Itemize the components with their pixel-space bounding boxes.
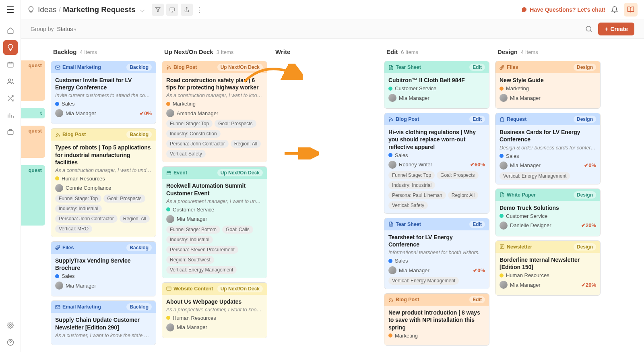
- card-header: Email Marketing Backlog: [51, 301, 156, 313]
- partial-card[interactable]: quest: [21, 126, 45, 158]
- tag[interactable]: Region: Southwest: [166, 256, 214, 264]
- card[interactable]: Event Up Next/On Deck Rockwell Automatio…: [162, 166, 267, 278]
- card-assignee: Mia Manager: [388, 266, 429, 274]
- tag[interactable]: Vertical: Energy Management: [500, 172, 570, 180]
- rss-icon: [166, 65, 171, 70]
- nav-settings[interactable]: [3, 318, 18, 333]
- card-type: Event: [166, 170, 187, 176]
- card[interactable]: Email Marketing Backlog Supply Chain Upd…: [51, 300, 156, 345]
- tag[interactable]: Industry: Construction: [166, 130, 221, 138]
- tag[interactable]: Vertical: MRO: [55, 225, 92, 233]
- card-department: Marketing: [166, 101, 263, 107]
- partial-card[interactable]: t: [21, 108, 45, 118]
- tag[interactable]: Funnel Stage: Top: [388, 171, 435, 179]
- tag[interactable]: Industry: Industrial: [166, 236, 213, 244]
- tag[interactable]: Persona: John Contractor: [55, 215, 118, 223]
- column-count: 3 Items: [217, 49, 234, 55]
- create-button[interactable]: + Create: [598, 23, 634, 35]
- card[interactable]: Files Design New Style GuideMarketingMia…: [495, 61, 601, 109]
- card[interactable]: Blog Post Edit Hi-vis clothing regulatio…: [384, 113, 489, 214]
- card-assignee: Rodney Writer: [388, 161, 432, 169]
- tag[interactable]: Persona: John Contractor: [166, 140, 229, 148]
- tag[interactable]: Industry: Industrial: [55, 205, 102, 213]
- card-body: Demo Truck SolutionsCustomer ServiceDani…: [495, 201, 600, 236]
- card[interactable]: Email Marketing Backlog Customer Invite …: [51, 61, 156, 124]
- tag[interactable]: Funnel Stage: Top: [166, 120, 213, 128]
- column-edit: Edit6 Items Tear Sheet Edit Cubitron™ II…: [384, 47, 489, 344]
- card-status-badge: Edit: [469, 296, 485, 303]
- card[interactable]: Request Design Business Cards for LV Ene…: [495, 113, 601, 184]
- notifications-icon[interactable]: [611, 6, 618, 13]
- status-dot: [55, 176, 59, 180]
- more-icon[interactable]: ⋮: [196, 5, 203, 14]
- tag[interactable]: Persona: Steven Procurement: [166, 246, 238, 254]
- card[interactable]: Tear Sheet Edit Tearsheet for LV Energy …: [384, 218, 489, 289]
- docs-icon[interactable]: [624, 3, 638, 17]
- avatar: [500, 281, 508, 289]
- chevron-down-icon[interactable]: ⌵: [140, 5, 144, 14]
- doc-icon: [388, 65, 394, 70]
- tag[interactable]: Goal: Prospects: [215, 120, 256, 128]
- tag[interactable]: Industry: Industrial: [388, 181, 435, 189]
- card-description: As a construction manager, I want to kno…: [166, 93, 263, 98]
- avatar: [388, 266, 396, 274]
- tag[interactable]: Region: All: [120, 215, 150, 223]
- display-button[interactable]: [166, 4, 178, 16]
- card-title: Supply Chain Update Customer Newsletter …: [55, 316, 152, 331]
- svg-point-10: [167, 68, 168, 69]
- status-dot: [388, 87, 392, 91]
- tag[interactable]: Region: All: [231, 140, 261, 148]
- group-by-select[interactable]: Status: [57, 26, 77, 32]
- chat-link[interactable]: Have Questions? Let's chat!: [521, 6, 605, 13]
- card-type: Files: [55, 245, 74, 251]
- card[interactable]: White Paper Design Demo Truck SolutionsC…: [495, 188, 601, 236]
- partial-card[interactable]: quest: [21, 60, 45, 101]
- nav-help[interactable]: [3, 335, 18, 350]
- card-progress: ✔0%: [473, 267, 485, 273]
- nav-team[interactable]: [3, 74, 18, 89]
- card-tags: Funnel Stage: TopGoal: ProspectsIndustry…: [166, 120, 263, 158]
- nav-analytics[interactable]: [3, 108, 18, 122]
- card[interactable]: Blog Post Edit New product introduction …: [384, 293, 489, 346]
- card[interactable]: Blog Post Backlog Types of robots | Top …: [51, 128, 156, 237]
- window-icon: [166, 286, 171, 291]
- card[interactable]: Newsletter Design Borderline Internal Ne…: [495, 240, 601, 296]
- share-button[interactable]: [181, 4, 193, 16]
- tag[interactable]: Vertical: Safety: [166, 150, 206, 158]
- breadcrumb-parent[interactable]: Ideas: [38, 5, 56, 14]
- card[interactable]: Website Content Up Next/On Deck About Us…: [162, 282, 267, 338]
- breadcrumb[interactable]: Ideas / Marketing Requests ⌵: [38, 5, 144, 14]
- card-header: Email Marketing Backlog: [51, 61, 156, 73]
- tag[interactable]: Goal: Calls: [222, 226, 253, 234]
- nav-home[interactable]: [3, 23, 18, 38]
- column-backlog: Backlog4 Items Email Marketing Backlog C…: [51, 47, 156, 344]
- nav-calendar[interactable]: [3, 57, 18, 72]
- card-title: About Us Webpage Updates: [166, 298, 263, 305]
- tag[interactable]: Goal: Prospects: [437, 171, 478, 179]
- card[interactable]: Files Backlog SupplyTrax Vending Service…: [51, 241, 156, 296]
- nav-shuffle[interactable]: [3, 91, 18, 106]
- card[interactable]: Tear Sheet Edit Cubitron™ II Cloth Belt …: [384, 61, 489, 109]
- card[interactable]: Blog Post Up Next/On Deck Road construct…: [162, 61, 267, 162]
- card-title: Tearsheet for LV Energy Conference: [388, 234, 485, 248]
- hamburger-icon[interactable]: ☰: [6, 5, 14, 15]
- tag[interactable]: Region: All: [448, 191, 478, 199]
- nav-assets[interactable]: [3, 125, 18, 139]
- card-type: Blog Post: [166, 64, 197, 70]
- tag[interactable]: Funnel Stage: Top: [55, 195, 101, 203]
- partial-card[interactable]: quest: [21, 165, 45, 226]
- tag[interactable]: Vertical: Energy Management: [388, 277, 459, 285]
- card-department: Human Resources: [166, 315, 263, 321]
- card-status-badge: Design: [574, 64, 596, 71]
- breadcrumb-current[interactable]: Marketing Requests: [63, 5, 136, 14]
- tag[interactable]: Goal: Prospects: [103, 195, 145, 203]
- nav-ideas[interactable]: [3, 40, 18, 55]
- card-body: New Style GuideMarketingMia Manager: [495, 73, 600, 108]
- filter-button[interactable]: [152, 4, 164, 16]
- tag[interactable]: Vertical: Energy Management: [166, 266, 237, 274]
- tag[interactable]: Funnel Stage: Bottom: [166, 226, 220, 234]
- search-icon[interactable]: [585, 25, 592, 33]
- tag[interactable]: Persona: Paul Lineman: [388, 191, 446, 199]
- status-dot: [500, 214, 504, 218]
- tag[interactable]: Vertical: Safety: [388, 201, 428, 209]
